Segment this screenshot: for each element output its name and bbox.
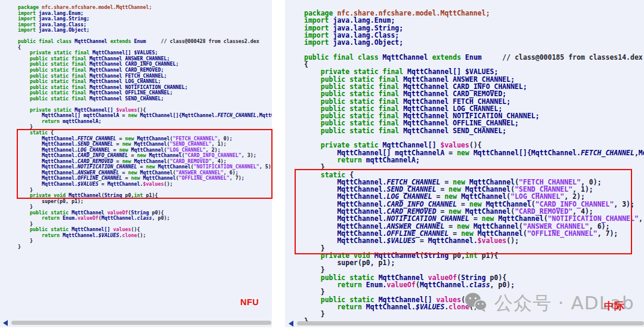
code-line: } (18, 238, 272, 244)
code-line: return Enum.valueOf(MqttChannel.class, p… (18, 216, 272, 222)
code-line: return Enum.valueOf(MqttChannel.class, p… (304, 281, 644, 288)
right-scrollbar-left-arrow[interactable] (289, 321, 293, 327)
code-line: return MqttChannel.$VALUES.clone(); (18, 233, 272, 239)
code-line: public final class MqttChannel extends E… (18, 39, 272, 45)
code-line: MqttChannel.$VALUES = MqttChannel.$value… (304, 237, 644, 244)
right-horizontal-scrollbar-thumb[interactable] (297, 321, 644, 325)
code-line: import java.lang.Object; (18, 27, 272, 33)
code-line: super(p0, p1); (304, 259, 644, 266)
code-line: return mqttChannelA; (18, 119, 272, 125)
left-horizontal-scrollbar-thumb[interactable] (11, 321, 271, 325)
code-line: super(p0, p1); (18, 199, 272, 205)
code-line: import java.lang.Object; (304, 39, 644, 46)
left-scrollbar-left-arrow[interactable] (3, 320, 8, 326)
wechat-icon (465, 292, 487, 315)
code-line: public final class MqttChannel extends E… (304, 54, 644, 61)
code-line: } (18, 124, 272, 130)
code-line: public static final MqttChannel SEND_CHA… (304, 127, 644, 134)
code-line: } (18, 244, 272, 250)
watermark-red-stamp: 中际 (604, 299, 624, 313)
right-code-panel[interactable]: package nfc.share.nfcshare.model.MqttCha… (285, 0, 644, 327)
code-line: public static final MqttChannel SEND_CHA… (18, 96, 272, 102)
left-code-panel[interactable]: package nfc.share.nfcshare.model.MqttCha… (0, 0, 272, 327)
code-line: return mqttChannelA; (304, 156, 644, 164)
code-line: } (304, 164, 644, 171)
nfu-label: NFU (240, 297, 259, 307)
code-line: MqttChannel.$VALUES = MqttChannel.$value… (18, 182, 272, 187)
